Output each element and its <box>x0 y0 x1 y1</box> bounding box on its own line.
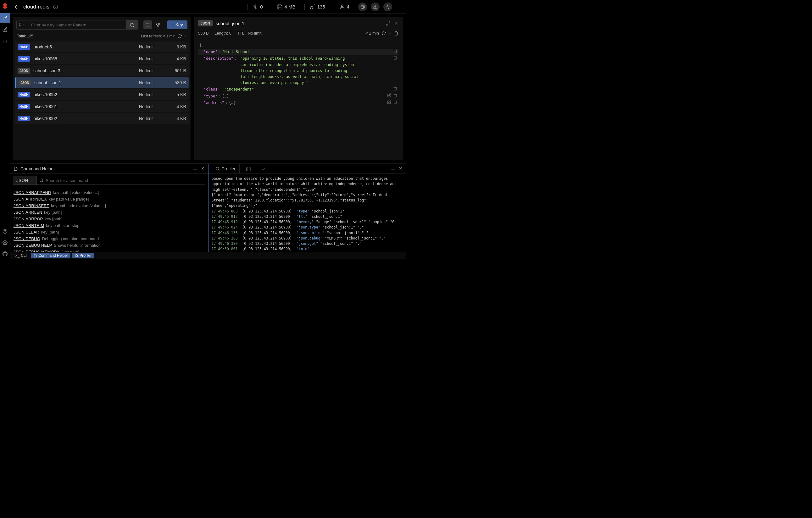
metric-clients: 4 <box>334 4 354 10</box>
json-field-name[interactable]: "name": "Hall School" <box>198 49 399 55</box>
key-row[interactable]: JSON school_json:1 No limit 530 B <box>15 77 189 88</box>
key-row[interactable]: HASH product:5 No limit 3 KB <box>15 41 189 52</box>
svg-point-11 <box>341 5 343 7</box>
command-item[interactable]: JSON.ARRINDEXkey path value [range] <box>13 196 205 203</box>
command-item[interactable]: JSON.DEBUGDebugging container command <box>13 236 205 242</box>
minimize-icon[interactable]: — <box>391 166 395 171</box>
key-size: 601 B <box>170 68 186 73</box>
sidebar-help-icon[interactable] <box>0 226 10 236</box>
list-view-icon[interactable] <box>143 21 152 29</box>
document-icon <box>13 166 18 171</box>
key-row[interactable]: HASH bikes:10052 No limit 5 KB <box>15 89 189 100</box>
edit-icon[interactable] <box>387 93 391 97</box>
app-sidebar <box>0 0 10 259</box>
minimize-icon[interactable]: — <box>193 166 198 171</box>
key-row[interactable]: HASH bikes:10002 No limit 4 KB <box>15 113 189 124</box>
key-size: 5 KB <box>170 92 186 97</box>
metric-memory: 4 MB <box>272 4 301 10</box>
topbar: cloud-redis 0 4 MB 135 4 ⋮ <box>10 0 406 14</box>
search-icon <box>39 178 44 183</box>
key-name: product:5 <box>33 44 136 49</box>
svg-point-10 <box>255 6 256 7</box>
clear-icon[interactable] <box>261 166 266 171</box>
delete-key-icon[interactable] <box>394 31 399 35</box>
status-helper-tab[interactable]: Command Helper <box>31 253 70 258</box>
trash-icon[interactable] <box>393 93 397 97</box>
topbar-globe-icon[interactable] <box>358 2 367 11</box>
sidebar-analytics-icon[interactable] <box>0 36 10 46</box>
status-profiler-tab[interactable]: Profiler <box>72 253 94 258</box>
command-item[interactable]: JSON.ARRAPPENDkey [path] value [value ..… <box>13 189 205 196</box>
command-type-dropdown[interactable]: JSON <box>13 176 37 185</box>
json-field-type[interactable]: "type": […] <box>198 93 399 100</box>
trash-icon[interactable] <box>393 56 397 60</box>
command-item[interactable]: JSON.ARRINSERTkey path index value [valu… <box>13 203 205 209</box>
key-row[interactable]: JSON school_json:3 No limit 601 B <box>15 65 189 76</box>
command-helper-panel: Command Helper — JSON JSON.ARRA <box>10 164 208 252</box>
info-icon[interactable] <box>53 4 58 9</box>
key-row[interactable]: HASH bikes:10065 No limit 4 KB <box>15 54 189 64</box>
key-detail: JSON school_json:1 530 B Length: 8 TTL: … <box>194 17 403 160</box>
key-ttl: No limit <box>139 68 167 73</box>
json-field-address[interactable]: "address": {…} <box>198 100 399 106</box>
detail-key-name: school_json:1 <box>216 21 383 26</box>
command-item[interactable]: JSON.DEBUG MEMORY[key path] <box>13 249 205 252</box>
tree-view-icon[interactable] <box>153 21 162 29</box>
key-list: HASH product:5 No limit 3 KBHASH bikes:1… <box>13 41 191 160</box>
profiler-icon <box>215 166 220 171</box>
command-item[interactable]: JSON.ARRLENkey [path] <box>13 209 205 216</box>
svg-rect-27 <box>158 23 160 24</box>
command-item[interactable]: JSON.CLEARkey [path] <box>13 229 205 236</box>
key-size: 4 KB <box>170 104 186 109</box>
key-ttl: No limit <box>139 56 167 61</box>
filter-input[interactable] <box>28 21 126 29</box>
back-button[interactable] <box>14 4 20 10</box>
search-button[interactable] <box>126 21 138 29</box>
trash-icon[interactable] <box>393 86 397 91</box>
db-title: cloud-redis <box>23 4 49 10</box>
command-item[interactable]: JSON.ARRPOPkey [path] <box>13 216 205 222</box>
key-row[interactable]: HASH bikes:10061 No limit 4 KB <box>15 101 189 112</box>
close-icon[interactable] <box>201 166 205 171</box>
trash-icon[interactable] <box>393 49 397 53</box>
profiler-title: Profiler <box>222 166 236 171</box>
svg-point-45 <box>76 254 78 256</box>
key-name: bikes:10065 <box>33 56 136 61</box>
sidebar-browser-icon[interactable] <box>0 13 10 23</box>
topbar-chart-icon[interactable] <box>383 2 392 11</box>
fullscreen-icon[interactable] <box>386 21 390 26</box>
svg-line-33 <box>389 21 390 23</box>
detail-refresh-icon[interactable] <box>381 31 386 35</box>
svg-line-46 <box>77 256 78 257</box>
key-name: school_json:1 <box>34 80 136 85</box>
sidebar-github-icon[interactable] <box>0 249 10 259</box>
svg-point-39 <box>40 179 43 182</box>
refresh-control[interactable]: Last refresh: < 1 min <box>141 34 187 38</box>
key-browser: + Key Total: 135 Last refresh: < 1 min H… <box>13 17 191 160</box>
metric-keys: 135 <box>304 4 330 10</box>
command-item[interactable]: JSON.ARRTRIMkey path start stop <box>13 222 205 229</box>
json-field-description[interactable]: "description": "Spanning 10 states, this… <box>198 55 399 86</box>
topbar-download-icon[interactable] <box>371 2 380 11</box>
chevron-down-icon[interactable] <box>388 32 392 35</box>
sidebar-settings-icon[interactable] <box>0 238 10 248</box>
close-detail-icon[interactable] <box>394 21 399 26</box>
command-item[interactable]: JSON.DEBUG HELPShows helpful information <box>13 242 205 249</box>
key-ttl: No limit <box>139 80 167 85</box>
filter-type-dropdown[interactable] <box>17 21 28 29</box>
status-cli-tab[interactable]: >_ CLI <box>12 253 29 258</box>
add-key-button[interactable]: + Key <box>167 21 187 29</box>
detail-type-badge: JSON <box>198 20 212 26</box>
metric-throughput: 0 <box>247 4 268 10</box>
sidebar-workbench-icon[interactable] <box>0 25 10 35</box>
command-search-input[interactable] <box>46 178 202 183</box>
more-icon[interactable]: ⋮ <box>398 4 402 9</box>
svg-line-22 <box>133 26 134 27</box>
pause-icon[interactable]: ▯▯ <box>246 166 251 171</box>
close-icon[interactable] <box>399 166 403 171</box>
trash-icon[interactable] <box>393 100 397 104</box>
svg-line-42 <box>218 170 219 170</box>
edit-icon[interactable] <box>387 100 391 104</box>
key-name: school_json:3 <box>33 68 136 73</box>
json-field-class[interactable]: "class": "independent" <box>198 86 399 93</box>
